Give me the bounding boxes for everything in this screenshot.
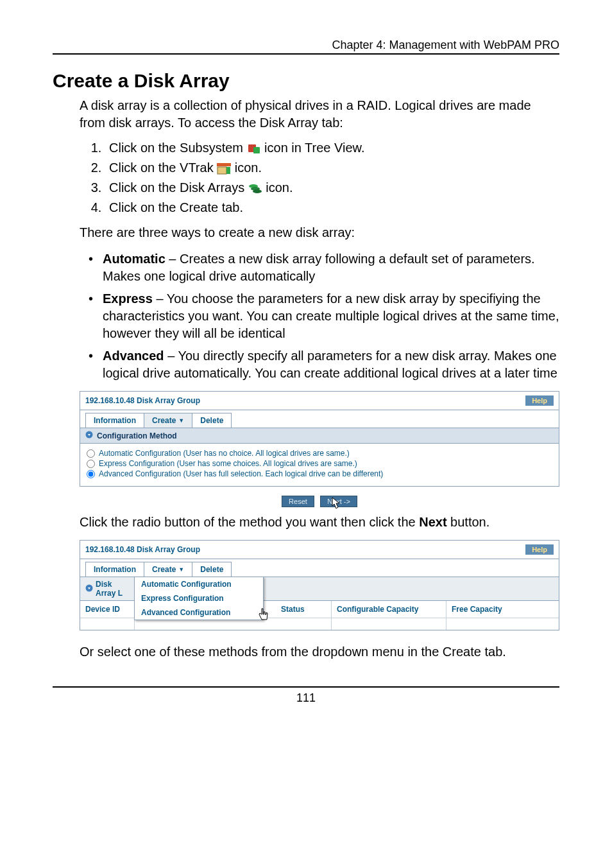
svg-rect-2 xyxy=(217,163,231,166)
bullet-automatic-label: Automatic xyxy=(103,252,166,266)
section-config-method: Configuration Method xyxy=(80,428,559,444)
section-title: Configuration Method xyxy=(97,431,177,440)
bullet-express: Express – You choose the parameters for … xyxy=(89,290,559,342)
menu-advanced[interactable]: Advanced Configuration xyxy=(135,605,263,620)
step-2-text-b: icon. xyxy=(235,161,262,175)
menu-express[interactable]: Express Configuration xyxy=(135,591,263,605)
svg-rect-3 xyxy=(217,167,226,174)
bullet-advanced-text: – You directly specify all parameters fo… xyxy=(103,349,557,380)
cursor-arrow-icon xyxy=(332,497,342,510)
bullet-advanced-label: Advanced xyxy=(103,349,164,363)
radio-express-label: Express Configuration (User has some cho… xyxy=(99,459,357,468)
radio-automatic-label: Automatic Configuration (User has no cho… xyxy=(99,449,350,458)
help-link-2[interactable]: Help xyxy=(525,544,554,555)
methods-intro: There are three ways to create a new dis… xyxy=(80,224,559,241)
page-title: Create a Disk Array xyxy=(53,70,559,92)
help-link[interactable]: Help xyxy=(525,395,554,406)
chevron-down-icon: ▼ xyxy=(178,417,184,424)
cursor-hand-icon xyxy=(258,608,269,622)
step-2: Click on the VTrak icon. xyxy=(105,161,559,175)
tab-create[interactable]: Create ▼ xyxy=(144,413,192,428)
panel2-title: 192.168.10.48 Disk Array Group xyxy=(85,545,200,554)
radio-automatic[interactable]: Automatic Configuration (User has no cho… xyxy=(87,449,552,458)
svg-point-7 xyxy=(253,189,262,193)
step-2-text-a: Click on the VTrak xyxy=(109,161,217,175)
col-free-capacity: Free Capacity xyxy=(446,601,559,618)
step-1: Click on the Subsystem icon in Tree View… xyxy=(105,141,559,155)
subsystem-icon xyxy=(247,143,261,155)
intro-paragraph: A disk array is a collection of physical… xyxy=(80,97,559,132)
menu-automatic[interactable]: Automatic Configuration xyxy=(135,577,263,591)
create-dropdown-panel: 192.168.10.48 Disk Array Group Help Info… xyxy=(80,540,559,630)
svg-rect-4 xyxy=(226,167,230,174)
config-method-panel: 192.168.10.48 Disk Array Group Help Info… xyxy=(80,391,559,487)
col-status: Status xyxy=(276,601,332,618)
step-1-text-a: Click on the Subsystem xyxy=(109,141,247,155)
bullet-automatic: Automatic – Creates a new disk array fol… xyxy=(89,250,559,285)
step-4: Click on the Create tab. xyxy=(105,200,559,215)
bullet-express-label: Express xyxy=(103,291,153,306)
radio-express[interactable]: Express Configuration (User has some cho… xyxy=(87,459,552,468)
bullet-automatic-text: – Creates a new disk array following a d… xyxy=(103,252,535,283)
radio-advanced[interactable]: Advanced Configuration (User has full se… xyxy=(87,469,552,478)
tab-create-label: Create xyxy=(152,416,176,425)
col-configurable-capacity: Configurable Capacity xyxy=(332,601,446,618)
panel2-tabs: Information Create ▼ Delete Automatic Co… xyxy=(80,559,559,577)
chapter-header: Chapter 4: Management with WebPAM PRO xyxy=(53,39,559,55)
chevron-expand-icon-2[interactable] xyxy=(85,584,93,594)
step-3: Click on the Disk Arrays icon. xyxy=(105,180,559,195)
radio-list: Automatic Configuration (User has no cho… xyxy=(80,444,559,486)
panel1-tabs: Information Create ▼ Delete xyxy=(80,410,559,428)
radio-advanced-input[interactable] xyxy=(87,470,95,478)
mid-text-b: button. xyxy=(447,515,490,529)
disk-arrays-icon xyxy=(248,183,262,195)
tab-create-2-label: Create xyxy=(152,565,176,574)
tab-information[interactable]: Information xyxy=(85,413,144,428)
reset-button[interactable]: Reset xyxy=(282,496,314,507)
mid-text-bold: Next xyxy=(419,515,446,529)
radio-express-input[interactable] xyxy=(87,460,95,468)
chevron-down-icon-2: ▼ xyxy=(178,566,184,573)
tab-information-2[interactable]: Information xyxy=(85,562,144,577)
closing-text: Or select one of these methods from the … xyxy=(80,643,559,661)
panel1-title: 192.168.10.48 Disk Array Group xyxy=(85,396,200,405)
bullet-advanced: Advanced – You directly specify all para… xyxy=(89,347,559,382)
steps-list: Click on the Subsystem icon in Tree View… xyxy=(80,141,559,215)
create-dropdown-menu: Automatic Configuration Express Configur… xyxy=(134,577,264,620)
tab-create-2[interactable]: Create ▼ xyxy=(144,562,192,577)
step-3-text-a: Click on the Disk Arrays xyxy=(109,180,248,195)
radio-automatic-input[interactable] xyxy=(87,449,95,458)
tab-delete[interactable]: Delete xyxy=(192,413,232,428)
mid-text-a: Click the radio button of the method you… xyxy=(80,515,419,529)
list-label: Disk Array L xyxy=(96,580,129,598)
svg-rect-1 xyxy=(253,147,260,153)
step-3-text-b: icon. xyxy=(266,180,293,195)
mid-text: Click the radio button of the method you… xyxy=(80,514,559,531)
vtrak-icon xyxy=(217,163,231,175)
chevron-expand-icon[interactable] xyxy=(85,431,93,440)
bullet-express-text: – You choose the parameters for a new di… xyxy=(103,291,559,340)
page-number: 111 xyxy=(53,686,559,705)
col-device-id: Device ID xyxy=(80,601,135,618)
tab-delete-2[interactable]: Delete xyxy=(192,562,232,577)
radio-advanced-label: Advanced Configuration (User has full se… xyxy=(99,469,383,478)
methods-list: Automatic – Creates a new disk array fol… xyxy=(80,250,559,382)
step-1-text-b: icon in Tree View. xyxy=(264,141,364,155)
